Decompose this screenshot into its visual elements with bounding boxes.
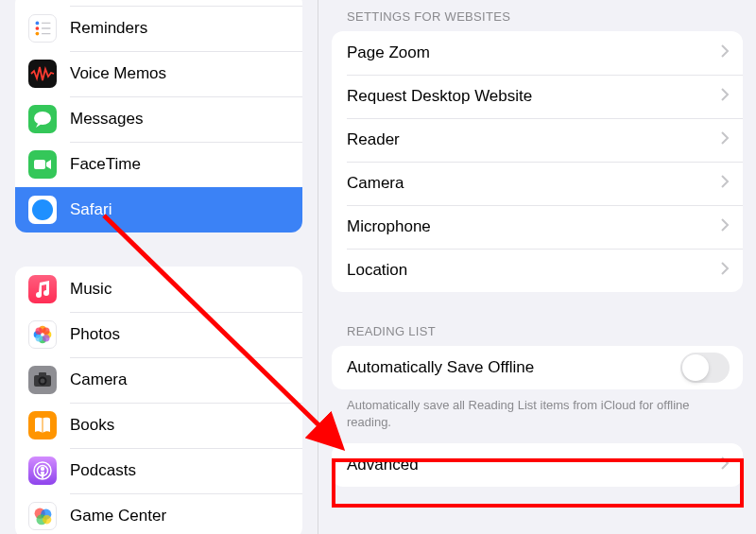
svg-point-2 bbox=[36, 32, 40, 36]
sidebar-item-camera[interactable]: Camera bbox=[15, 357, 302, 403]
podcasts-icon bbox=[28, 456, 57, 485]
sidebar-item-podcasts[interactable]: Podcasts bbox=[15, 448, 302, 493]
svg-rect-7 bbox=[34, 160, 45, 169]
sidebar-item-label: Camera bbox=[70, 370, 127, 389]
safari-icon bbox=[28, 196, 57, 224]
svg-point-28 bbox=[43, 515, 51, 524]
setting-location[interactable]: Location bbox=[332, 249, 743, 292]
sidebar-item-label: Podcasts bbox=[70, 461, 136, 480]
section-footer-reading-list: Automatically save all Reading List item… bbox=[332, 389, 743, 443]
sidebar-item-voice-memos[interactable]: Voice Memos bbox=[15, 51, 302, 96]
svg-point-13 bbox=[43, 328, 49, 335]
voice-memos-icon bbox=[28, 60, 57, 88]
svg-point-15 bbox=[36, 335, 43, 341]
svg-point-20 bbox=[41, 379, 45, 384]
sidebar-item-label: Messages bbox=[70, 110, 143, 129]
music-icon bbox=[28, 275, 57, 303]
settings-group-advanced: Advanced bbox=[332, 443, 743, 487]
setting-label: Camera bbox=[347, 174, 404, 193]
svg-rect-18 bbox=[39, 372, 46, 376]
setting-label: Advanced bbox=[347, 456, 419, 474]
svg-point-24 bbox=[41, 467, 44, 471]
svg-point-0 bbox=[36, 22, 40, 26]
chevron-right-icon bbox=[721, 262, 730, 279]
facetime-icon bbox=[28, 150, 57, 179]
setting-reader[interactable]: Reader bbox=[332, 118, 743, 162]
setting-label: Microphone bbox=[347, 217, 431, 236]
sidebar-item-music[interactable]: Music bbox=[15, 267, 302, 312]
chevron-right-icon bbox=[721, 218, 730, 235]
setting-request-desktop-website[interactable]: Request Desktop Website bbox=[332, 75, 743, 118]
toggle-switch[interactable] bbox=[680, 353, 730, 383]
sidebar-item-facetime[interactable]: FaceTime bbox=[15, 142, 302, 187]
setting-advanced[interactable]: Advanced bbox=[332, 443, 743, 487]
setting-label: Reader bbox=[347, 130, 400, 149]
sidebar-item-label: Music bbox=[70, 280, 112, 299]
svg-point-16 bbox=[36, 328, 43, 335]
books-icon bbox=[28, 411, 57, 439]
svg-point-6 bbox=[34, 112, 51, 125]
setting-label: Location bbox=[347, 261, 407, 280]
sidebar-item-label: Game Center bbox=[70, 507, 166, 525]
section-header-websites: SETTINGS FOR WEBSITES bbox=[332, 0, 743, 31]
sidebar-item-label: Safari bbox=[70, 200, 112, 219]
photos-icon bbox=[28, 320, 57, 349]
sidebar-item-label: Reminders bbox=[70, 19, 147, 38]
chevron-right-icon bbox=[721, 44, 730, 61]
sidebar-item-label: Voice Memos bbox=[70, 64, 166, 83]
chevron-right-icon bbox=[721, 456, 730, 474]
setting-label: Page Zoom bbox=[347, 43, 430, 62]
game-center-icon bbox=[28, 502, 57, 530]
setting-page-zoom[interactable]: Page Zoom bbox=[332, 31, 743, 75]
chevron-right-icon bbox=[721, 131, 730, 148]
sidebar-group-apps-1: Reminders Voice Memos Messages FaceTime bbox=[15, 0, 302, 233]
section-header-reading-list: READING LIST bbox=[332, 315, 743, 346]
setting-camera[interactable]: Camera bbox=[332, 162, 743, 205]
sidebar-group-apps-2: Music Photos Camera Books bbox=[15, 267, 302, 534]
svg-point-8 bbox=[32, 199, 53, 220]
setting-auto-save-offline[interactable]: Automatically Save Offline bbox=[332, 346, 743, 389]
settings-sidebar: Reminders Voice Memos Messages FaceTime bbox=[0, 0, 318, 534]
sidebar-item-game-center[interactable]: Game Center bbox=[15, 493, 302, 534]
sidebar-item-photos[interactable]: Photos bbox=[15, 312, 302, 357]
settings-group-reading-list: Automatically Save Offline bbox=[332, 346, 743, 389]
setting-label: Automatically Save Offline bbox=[347, 358, 534, 377]
setting-label: Request Desktop Website bbox=[347, 87, 532, 106]
settings-container: Reminders Voice Memos Messages FaceTime bbox=[0, 0, 756, 534]
reminders-icon bbox=[28, 14, 57, 43]
messages-icon bbox=[28, 105, 57, 133]
settings-group-websites: Page Zoom Request Desktop Website Reader… bbox=[332, 31, 743, 292]
camera-icon bbox=[28, 366, 57, 394]
sidebar-item-reminders[interactable]: Reminders bbox=[15, 6, 302, 51]
chevron-right-icon bbox=[721, 175, 730, 192]
svg-point-14 bbox=[43, 335, 49, 341]
sidebar-item-label: Photos bbox=[70, 325, 120, 344]
sidebar-item-label: FaceTime bbox=[70, 155, 141, 174]
sidebar-item-safari[interactable]: Safari bbox=[15, 187, 302, 233]
chevron-right-icon bbox=[721, 88, 730, 105]
svg-point-1 bbox=[36, 26, 40, 30]
setting-microphone[interactable]: Microphone bbox=[332, 205, 743, 249]
sidebar-item-messages[interactable]: Messages bbox=[15, 96, 302, 142]
toggle-knob bbox=[682, 354, 709, 381]
settings-detail-pane: SETTINGS FOR WEBSITES Page Zoom Request … bbox=[318, 0, 756, 534]
sidebar-item-label: Books bbox=[70, 416, 114, 435]
sidebar-item-books[interactable]: Books bbox=[15, 403, 302, 448]
